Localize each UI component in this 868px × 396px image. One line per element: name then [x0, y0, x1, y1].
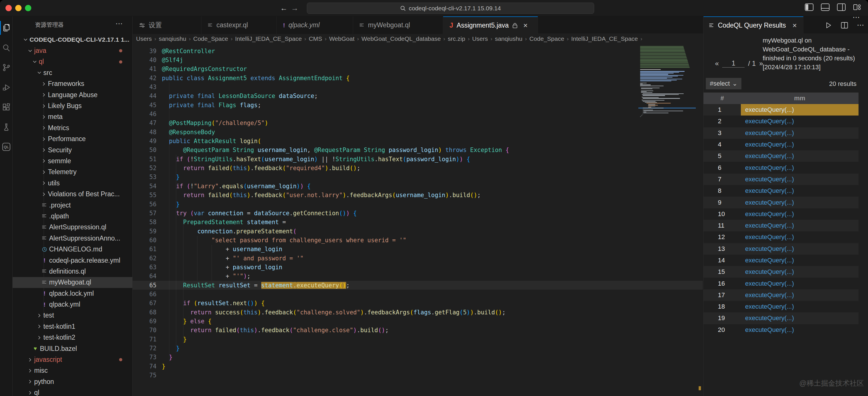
tree-file-definitions-ql[interactable]: definitions.ql	[12, 266, 133, 277]
tab-qlpack-yml[interactable]: !qlpack.yml	[277, 17, 353, 34]
tree-folder-violations-of-best-prac-[interactable]: Violations of Best Prac...	[12, 189, 133, 199]
breadcrumb-item[interactable]: WebGoat_CodeQL_database	[361, 35, 441, 42]
result-link[interactable]: executeQuery(...)	[745, 152, 794, 160]
tree-file-qlpack-yml[interactable]: !qlpack.yml	[12, 299, 133, 310]
tree-folder-telemetry[interactable]: Telemetry	[12, 167, 133, 178]
tree-file-codeql-pack-release-yml[interactable]: !codeql-pack.release.yml	[12, 255, 133, 266]
tree-file-qlpack-lock-yml[interactable]: !qlpack.lock.yml	[12, 288, 133, 299]
result-link[interactable]: executeQuery(...)	[745, 280, 794, 287]
pager-prev-icon[interactable]: «	[715, 59, 719, 67]
breadcrumb-item[interactable]: src.zip	[448, 35, 465, 42]
tree-file-changelog-md[interactable]: CHANGELOG.md	[12, 244, 133, 255]
zoom-window-button[interactable]	[25, 5, 31, 11]
result-link[interactable]: executeQuery(...)	[745, 291, 794, 299]
close-icon[interactable]: ✕	[792, 22, 797, 29]
result-link[interactable]: executeQuery(...)	[745, 326, 794, 334]
more-actions-icon[interactable]: ⋯	[857, 21, 864, 30]
tree-folder-ql[interactable]: ql	[12, 387, 133, 396]
run-query-button[interactable]	[825, 22, 832, 29]
result-link[interactable]: executeQuery(...)	[745, 268, 794, 276]
layout-sidebar-left-button[interactable]	[805, 3, 813, 11]
activity-item-codeql[interactable]: QL	[0, 138, 12, 156]
breadcrumb-item[interactable]: Users	[136, 35, 152, 42]
tree-folder-test-kotlin2[interactable]: test-kotlin2	[12, 332, 133, 343]
tree-file-build-bazel[interactable]: ♥BUILD.bazel	[12, 343, 133, 354]
tab-assignment5-java[interactable]: JAssignment5.java✕	[443, 17, 538, 34]
page-number-input[interactable]	[722, 59, 745, 67]
tab-codeql-query-results[interactable]: CodeQL Query Results ✕	[704, 17, 803, 34]
tree-folder-utils[interactable]: utils	[12, 178, 133, 189]
activity-item-explorer[interactable]	[0, 19, 12, 37]
tab-bar-more-icon[interactable]: ⋯	[852, 13, 860, 22]
close-icon[interactable]: ✕	[523, 22, 528, 29]
activity-item-run-debug[interactable]	[0, 78, 12, 96]
activity-item-testing[interactable]	[0, 118, 12, 136]
sidebar-more-actions-icon[interactable]: ⋯	[115, 19, 123, 28]
breadcrumb-item[interactable]: sanqiushu	[159, 35, 186, 42]
breadcrumb-item[interactable]: Code_Space	[193, 35, 228, 42]
tree-folder-javascript[interactable]: javascript	[12, 354, 133, 365]
minimap[interactable]	[640, 46, 694, 167]
result-link[interactable]: executeQuery(...)	[745, 117, 794, 125]
result-set-select[interactable]: #select ⌄	[706, 78, 741, 89]
tree-file--project[interactable]: .project	[12, 200, 133, 210]
tree-file--qlpath[interactable]: .qlpath	[12, 210, 133, 222]
activity-item-search[interactable]	[0, 38, 12, 57]
tree-folder-semmle[interactable]: semmle	[12, 155, 133, 166]
tree-folder-performance[interactable]: Performance	[12, 134, 133, 145]
result-link[interactable]: executeQuery(...)	[745, 245, 794, 253]
tree-folder-meta[interactable]: meta	[12, 112, 133, 122]
result-link[interactable]: executeQuery(...)	[745, 222, 794, 229]
tree-folder-security[interactable]: Security	[12, 145, 133, 155]
layout-customize-button[interactable]	[853, 3, 862, 11]
tab--[interactable]: 设置	[133, 17, 202, 34]
result-link[interactable]: executeQuery(...)	[745, 303, 794, 310]
tree-folder-test-kotlin1[interactable]: test-kotlin1	[12, 321, 133, 332]
forward-arrow-icon[interactable]: →	[290, 3, 300, 13]
breadcrumb-item[interactable]: IntelliJ_IEDA_CE_Space	[235, 35, 302, 42]
result-link[interactable]: executeQuery(...)	[745, 233, 794, 241]
breadcrumb-item[interactable]: CMS	[309, 35, 322, 42]
tab-mywebgoat-ql[interactable]: myWebgoat.ql	[353, 17, 443, 34]
result-link[interactable]: executeQuery(...)	[745, 164, 794, 172]
tree-folder-test[interactable]: test	[12, 310, 133, 321]
result-link[interactable]: executeQuery(...)	[745, 187, 794, 195]
breadcrumb-item[interactable]: sanqiushu	[495, 35, 522, 42]
result-link[interactable]: executeQuery(...)	[745, 257, 794, 264]
result-link[interactable]: executeQuery(...)	[745, 176, 794, 183]
command-center-search[interactable]: codeql-codeql-cli-v2.17.1 15.09.14	[307, 3, 594, 14]
result-link[interactable]: executeQuery(...)	[745, 129, 794, 137]
code-editor[interactable]: 39@RestController40@Slf4j41@RequiredArgs…	[133, 44, 703, 396]
result-link[interactable]: executeQuery(...)	[745, 141, 794, 148]
close-window-button[interactable]	[5, 5, 12, 11]
result-link[interactable]: executeQuery(...)	[745, 199, 794, 206]
tree-folder-java[interactable]: java	[12, 45, 133, 56]
tree-file-alertsuppression-ql[interactable]: AlertSuppression.ql	[12, 222, 133, 233]
result-link[interactable]: executeQuery(...)	[745, 106, 794, 114]
back-arrow-icon[interactable]: ←	[279, 3, 289, 13]
tree-folder-ql[interactable]: ql	[12, 56, 133, 67]
minimize-window-button[interactable]	[15, 5, 22, 11]
result-link[interactable]: executeQuery(...)	[745, 210, 794, 218]
layout-sidebar-right-button[interactable]	[837, 3, 846, 11]
tree-file-mywebgoat-ql[interactable]: myWebgoat.ql	[12, 277, 133, 288]
tree-folder-misc[interactable]: misc	[12, 365, 133, 376]
tree-folder-frameworks[interactable]: Frameworks	[12, 79, 133, 89]
tab-castexpr-ql[interactable]: castexpr.ql	[202, 17, 277, 34]
result-link[interactable]: executeQuery(...)	[745, 314, 794, 322]
split-editor-button[interactable]	[841, 22, 848, 29]
breadcrumb-item[interactable]: Users	[472, 35, 488, 42]
tree-folder-metrics[interactable]: Metrics	[12, 122, 133, 133]
breadcrumb-item[interactable]: IntelliJ_IEDA_CE_Space	[571, 35, 638, 42]
tree-folder-language-abuse[interactable]: Language Abuse	[12, 89, 133, 100]
breadcrumb-item[interactable]: WebGoat	[329, 35, 354, 42]
tree-folder-codeql-codeql-cli-v2-17-1-1-[interactable]: CODEQL-CODEQL-CLI-V2.17.1 1...	[12, 34, 133, 45]
tree-file-alertsuppressionanno-[interactable]: AlertSuppressionAnno...	[12, 233, 133, 244]
tree-folder-likely-bugs[interactable]: Likely Bugs	[12, 100, 133, 111]
activity-item-source-control[interactable]	[0, 58, 12, 77]
layout-panel-button[interactable]	[821, 3, 830, 11]
activity-item-extensions[interactable]	[0, 98, 12, 116]
tree-folder-src[interactable]: src	[12, 67, 133, 78]
breadcrumb-item[interactable]: Code_Space	[529, 35, 564, 42]
tree-folder-python[interactable]: python	[12, 376, 133, 387]
